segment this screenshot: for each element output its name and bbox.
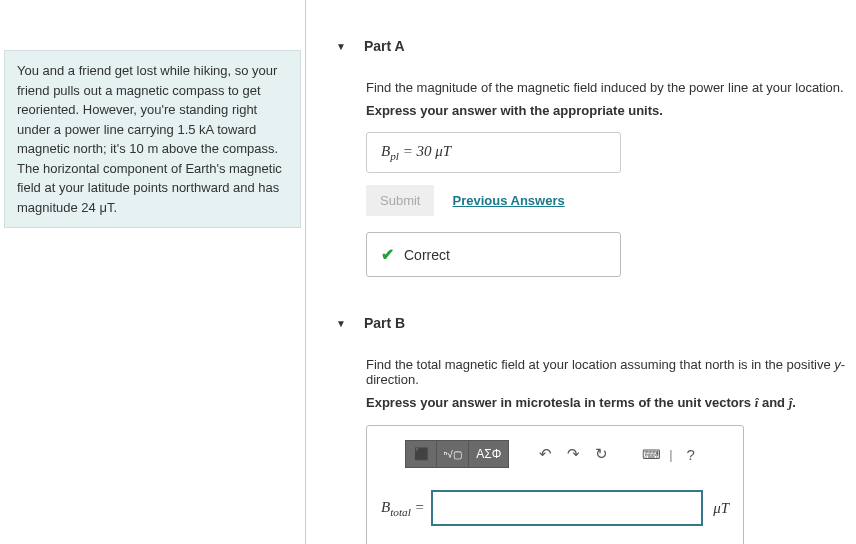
reset-icon[interactable]: ↻ [587, 441, 615, 467]
previous-answers-link[interactable]: Previous Answers [452, 193, 564, 208]
part-a-answer-text: Bpl = 30 μT [381, 143, 451, 159]
undo-icon[interactable]: ↶ [531, 441, 559, 467]
help-icon[interactable]: ? [677, 441, 705, 467]
part-b: ▼ Part B Find the total magnetic field a… [336, 307, 856, 544]
checkmark-icon: ✔ [381, 245, 394, 264]
part-a-answer-box: Bpl = 30 μT [366, 132, 621, 173]
submit-button-a: Submit [366, 185, 434, 216]
problem-statement: You and a friend get lost while hiking, … [4, 50, 301, 228]
part-b-prompt: Find the total magnetic field at your lo… [366, 357, 856, 387]
collapse-icon: ▼ [336, 41, 346, 52]
greek-icon[interactable]: ΑΣΦ [469, 440, 509, 468]
correct-feedback: ✔ Correct [366, 232, 621, 277]
toolbar-separator: | [669, 447, 672, 462]
part-a: ▼ Part A Find the magnitude of the magne… [336, 30, 856, 277]
equation-toolbar: ⬛ ⁿ√▢ ΑΣΦ ↶ ↷ ↻ ⌨ | ? [367, 440, 743, 468]
correct-label: Correct [404, 247, 450, 263]
main-content: ▼ Part A Find the magnitude of the magne… [306, 0, 856, 544]
keyboard-icon[interactable]: ⌨ [637, 441, 665, 467]
answer-input-panel: ⬛ ⁿ√▢ ΑΣΦ ↶ ↷ ↻ ⌨ | ? Btota [366, 425, 744, 544]
part-a-title: Part A [364, 38, 405, 54]
redo-icon[interactable]: ↷ [559, 441, 587, 467]
part-a-instruction: Express your answer with the appropriate… [366, 103, 856, 118]
variable-label: Btotal = [381, 499, 425, 518]
part-a-prompt: Find the magnitude of the magnetic field… [366, 80, 856, 95]
part-a-header[interactable]: ▼ Part A [336, 30, 856, 62]
templates-icon[interactable]: ⬛ [405, 440, 437, 468]
answer-input[interactable] [431, 490, 703, 526]
sidebar: You and a friend get lost while hiking, … [0, 0, 305, 544]
part-b-header[interactable]: ▼ Part B [336, 307, 856, 339]
root-icon[interactable]: ⁿ√▢ [437, 440, 469, 468]
part-b-title: Part B [364, 315, 405, 331]
unit-label: μT [713, 500, 729, 517]
part-b-instruction: Express your answer in microtesla in ter… [366, 395, 856, 411]
collapse-icon: ▼ [336, 318, 346, 329]
